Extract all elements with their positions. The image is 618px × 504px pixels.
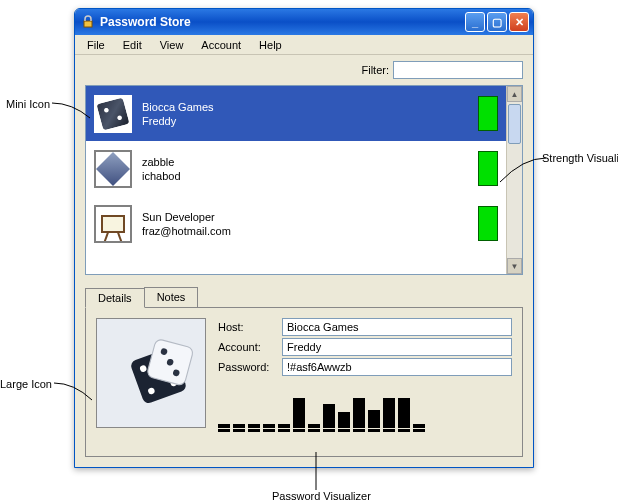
menu-edit[interactable]: Edit — [115, 37, 150, 53]
host-label: Host: — [218, 321, 276, 333]
diamond-icon — [96, 152, 130, 186]
tab-details[interactable]: Details — [85, 288, 145, 308]
mini-icon — [94, 205, 132, 243]
account-field[interactable] — [282, 338, 512, 356]
pwviz-bar — [413, 424, 425, 428]
account-label: Account: — [218, 341, 276, 353]
pwviz-bar — [233, 424, 245, 428]
password-visualizer — [218, 388, 512, 428]
filter-row: Filter: — [85, 61, 523, 79]
pwviz-bar — [218, 424, 230, 428]
pwviz-bar — [323, 404, 335, 428]
close-button[interactable]: ✕ — [509, 12, 529, 32]
annotation-pwviz: Password Visualizer — [272, 490, 371, 502]
menu-file[interactable]: File — [79, 37, 113, 53]
pwviz-bar — [278, 424, 290, 428]
svg-rect-0 — [84, 21, 92, 27]
pwviz-bar — [248, 424, 260, 428]
pwviz-bar — [293, 398, 305, 428]
list-item[interactable]: Sun Developer fraz@hotmail.com — [86, 196, 506, 251]
mini-icon — [94, 95, 132, 133]
row-host: zabble — [142, 156, 468, 168]
strength-visualizer — [478, 151, 498, 186]
maximize-button[interactable]: ▢ — [487, 12, 507, 32]
menubar: File Edit View Account Help — [75, 35, 533, 55]
row-user: Freddy — [142, 115, 468, 127]
filter-input[interactable] — [393, 61, 523, 79]
scroll-up-button[interactable]: ▲ — [507, 86, 522, 102]
annotation-mini-icon: Mini Icon — [6, 98, 50, 110]
menu-account[interactable]: Account — [193, 37, 249, 53]
filter-label: Filter: — [362, 64, 390, 76]
pwviz-bar — [338, 412, 350, 428]
scroll-thumb[interactable] — [508, 104, 521, 144]
account-list: Biocca Games Freddy zabble ichabod — [85, 85, 523, 275]
host-field[interactable] — [282, 318, 512, 336]
app-window: Password Store _ ▢ ✕ File Edit View Acco… — [74, 8, 534, 468]
password-field[interactable] — [282, 358, 512, 376]
row-user: fraz@hotmail.com — [142, 225, 468, 237]
annotation-strength: Strength Visualizer — [542, 152, 618, 164]
scrollbar[interactable]: ▲ ▼ — [506, 86, 522, 274]
annotation-large-icon: Large Icon — [0, 378, 52, 390]
tab-notes[interactable]: Notes — [144, 287, 199, 307]
row-host: Biocca Games — [142, 101, 468, 113]
mini-icon — [94, 150, 132, 188]
window-title: Password Store — [100, 15, 463, 29]
menu-view[interactable]: View — [152, 37, 192, 53]
password-label: Password: — [218, 361, 276, 373]
pwviz-bar — [308, 424, 320, 428]
pwviz-bar — [263, 424, 275, 428]
dice-icon — [96, 97, 129, 130]
large-icon — [96, 318, 206, 428]
row-user: ichabod — [142, 170, 468, 182]
details-panel: Host: Account: Password: — [85, 307, 523, 457]
minimize-button[interactable]: _ — [465, 12, 485, 32]
strength-visualizer — [478, 206, 498, 241]
pwviz-bar — [368, 410, 380, 428]
lock-icon — [81, 15, 95, 29]
titlebar[interactable]: Password Store _ ▢ ✕ — [75, 9, 533, 35]
pwviz-bar — [383, 398, 395, 428]
menu-help[interactable]: Help — [251, 37, 290, 53]
pwviz-bar — [353, 398, 365, 428]
row-host: Sun Developer — [142, 211, 468, 223]
tabs: Details Notes — [85, 287, 523, 307]
pwviz-bar — [398, 398, 410, 428]
scroll-down-button[interactable]: ▼ — [507, 258, 522, 274]
list-item[interactable]: zabble ichabod — [86, 141, 506, 196]
strength-visualizer — [478, 96, 498, 131]
list-item[interactable]: Biocca Games Freddy — [86, 86, 506, 141]
easel-icon — [101, 215, 125, 233]
